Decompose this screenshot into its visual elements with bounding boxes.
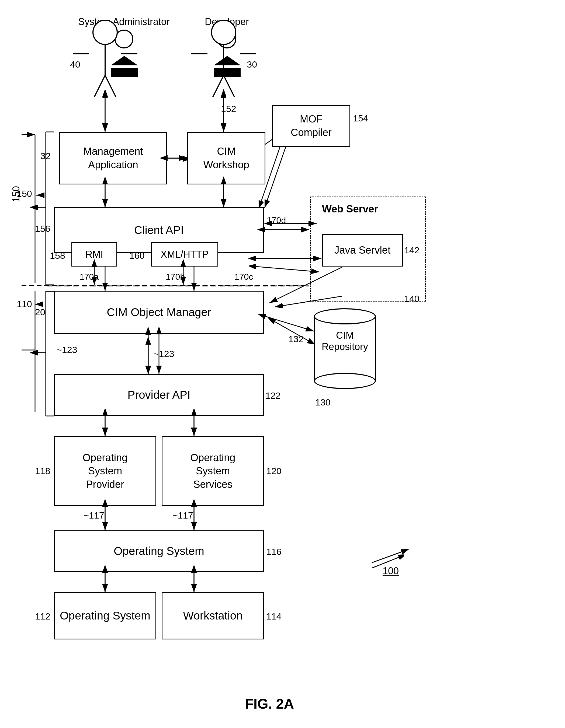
xml-http-box: XML/HTTP bbox=[151, 242, 218, 267]
ref-20: 20 bbox=[35, 307, 45, 317]
ref-114: 114 bbox=[266, 611, 281, 622]
diagram: System Administrator ⏏ 40 Developer ⏏ 30… bbox=[0, 0, 565, 728]
ref-32: 32 bbox=[40, 151, 51, 161]
ref-170b: 170b bbox=[166, 272, 185, 282]
ref-118: 118 bbox=[35, 466, 50, 476]
fig-label: FIG. 2A bbox=[202, 696, 337, 712]
ref-170a: 170a bbox=[79, 272, 99, 282]
ref-123: ~123 bbox=[153, 349, 174, 359]
ref-156: 156 bbox=[35, 223, 50, 234]
cim-obj-mgr-box: CIM Object Manager bbox=[54, 291, 264, 334]
mof-compiler-box: MOFCompiler bbox=[272, 105, 350, 147]
ref-158: 158 bbox=[50, 250, 65, 261]
ref-117a: ~117 bbox=[83, 510, 104, 521]
ref-140: 140 bbox=[404, 293, 420, 304]
cim-repository-group: CIMRepository bbox=[314, 308, 376, 389]
ref-122: 122 bbox=[265, 390, 281, 401]
ref-120: 120 bbox=[266, 466, 281, 476]
ref-112: 112 bbox=[35, 611, 50, 622]
cim-workshop-box: CIMWorkshop bbox=[187, 132, 265, 184]
sys-admin-label: System Administrator bbox=[78, 16, 170, 27]
ref-150-arrow bbox=[0, 188, 54, 202]
os-box: Operating System bbox=[54, 530, 264, 572]
ref-132: 132 bbox=[288, 334, 304, 344]
ref-154: 154 bbox=[353, 113, 368, 124]
ref-123-label: ~123 bbox=[57, 345, 77, 355]
svg-line-62 bbox=[264, 147, 286, 208]
svg-line-53 bbox=[265, 316, 314, 331]
provider-api-box: Provider API bbox=[54, 374, 264, 416]
ref-30: 30 bbox=[247, 59, 257, 70]
mgmt-app-box: Management Application bbox=[59, 132, 167, 184]
ref-116: 116 bbox=[266, 547, 281, 557]
cpu-box: Workstation bbox=[162, 592, 264, 639]
java-servlet-box: Java Servlet bbox=[322, 234, 403, 267]
ref-40: 40 bbox=[70, 59, 80, 70]
ref-117b: ~117 bbox=[172, 510, 193, 521]
web-server-label: Web Server bbox=[322, 203, 378, 215]
sys-admin-figure: System Administrator ⏏ 40 bbox=[78, 16, 170, 83]
ref-170d: 170d bbox=[267, 215, 286, 225]
os-services-box: Operating System Services bbox=[162, 436, 264, 506]
ref-130: 130 bbox=[315, 397, 331, 408]
ref-152: 152 bbox=[221, 104, 236, 114]
ref-110-arrow bbox=[0, 296, 54, 312]
rmi-box: RMI bbox=[71, 242, 117, 267]
developer-figure: Developer ⏏ 30 bbox=[205, 16, 249, 83]
ref-100: 100 bbox=[383, 565, 399, 577]
ref-160: 160 bbox=[129, 250, 145, 261]
ref-170c: 170c bbox=[234, 272, 253, 282]
ref-142: 142 bbox=[404, 245, 420, 255]
developer-label: Developer bbox=[205, 16, 249, 27]
workstation-box: Operating System bbox=[54, 592, 156, 639]
os-provider-box: Operating System Provider bbox=[54, 436, 156, 506]
